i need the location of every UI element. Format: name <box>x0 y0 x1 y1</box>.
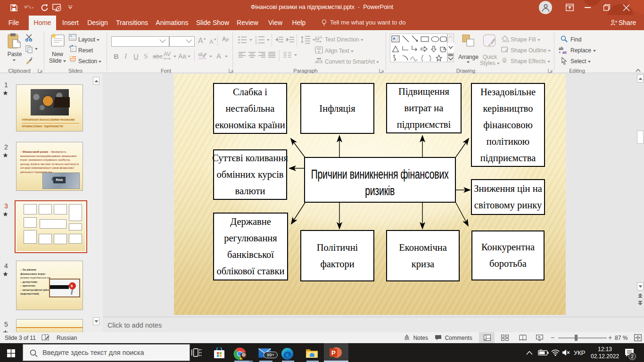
svg-text:A: A <box>393 36 396 41</box>
svg-text:3: 3 <box>255 41 257 44</box>
svg-text:ac: ac <box>562 50 567 54</box>
svg-text:A: A <box>320 35 322 40</box>
svg-text:P: P <box>331 349 336 356</box>
svg-text:ab: ab <box>198 52 204 57</box>
